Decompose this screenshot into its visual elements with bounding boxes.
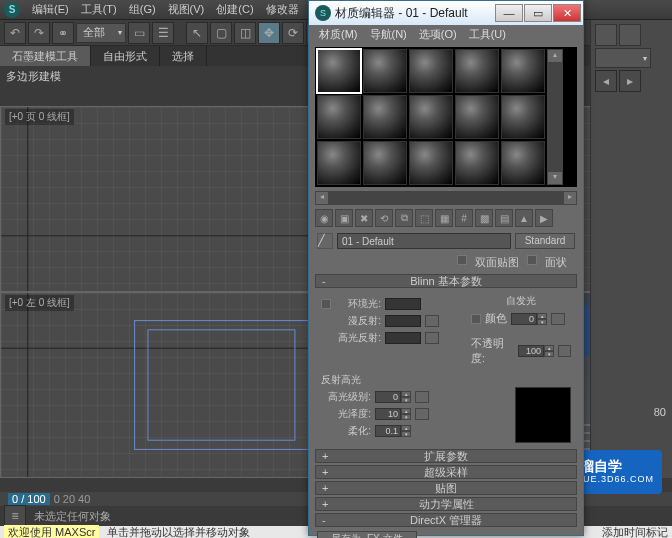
scroll-left-icon[interactable]: ◂ <box>315 191 329 205</box>
spec-level-spinner[interactable]: ▴▾ <box>375 391 411 403</box>
rect-select-button[interactable]: ▢ <box>210 22 232 44</box>
sample-slot-7[interactable] <box>363 95 407 139</box>
sample-slot-2[interactable] <box>363 49 407 93</box>
sample-slot-9[interactable] <box>455 95 499 139</box>
menu-create[interactable]: 创建(C) <box>210 0 259 19</box>
menu-view[interactable]: 视图(V) <box>162 0 211 19</box>
app-icon[interactable]: S <box>4 2 20 18</box>
menu-tools[interactable]: 工具(T) <box>75 0 123 19</box>
sample-slot-3[interactable] <box>409 49 453 93</box>
ribbon-tab-graphite[interactable]: 石墨建模工具 <box>0 46 91 66</box>
rollout-dynamics[interactable]: +动力学属性 <box>315 497 577 511</box>
ambient-lock-checkbox[interactable] <box>321 299 331 309</box>
diffuse-color-swatch[interactable] <box>385 315 421 327</box>
gloss-map-button[interactable] <box>415 408 429 420</box>
sample-slot-8[interactable] <box>409 95 453 139</box>
nav-prev-icon[interactable]: ◂ <box>595 70 617 92</box>
go-sibling-icon[interactable]: ▶ <box>535 209 553 227</box>
faceted-checkbox[interactable] <box>527 255 537 265</box>
sample-slot-1[interactable] <box>317 49 361 93</box>
dlg-menu-nav[interactable]: 导航(N) <box>364 25 413 43</box>
opacity-spinner[interactable]: ▴▾ <box>518 345 554 357</box>
menu-group[interactable]: 组(G) <box>123 0 162 19</box>
put-to-scene-icon[interactable]: ▣ <box>335 209 353 227</box>
twosided-checkbox[interactable] <box>457 255 467 265</box>
material-type-button[interactable]: Standard <box>515 233 575 249</box>
material-name-field[interactable]: 01 - Default <box>337 233 511 249</box>
diffuse-map-button[interactable] <box>425 315 439 327</box>
sample-slot-13[interactable] <box>409 141 453 185</box>
sample-slot-14[interactable] <box>455 141 499 185</box>
make-unique-icon[interactable]: ⬚ <box>415 209 433 227</box>
ambient-color-swatch[interactable] <box>385 298 421 310</box>
sample-slot-4[interactable] <box>455 49 499 93</box>
minimize-button[interactable]: — <box>495 4 523 22</box>
opacity-map-button[interactable] <box>558 345 571 357</box>
sample-slot-5[interactable] <box>501 49 545 93</box>
move-button[interactable]: ✥ <box>258 22 280 44</box>
rollout-blinn-header[interactable]: -Blinn 基本参数 <box>315 274 577 288</box>
select-name-button[interactable]: ☰ <box>152 22 174 44</box>
selfillum-color-checkbox[interactable] <box>471 314 481 324</box>
menu-edit[interactable]: 编辑(E) <box>26 0 75 19</box>
specular-map-button[interactable] <box>425 332 439 344</box>
sample-slot-15[interactable] <box>501 141 545 185</box>
gloss-spinner[interactable]: ▴▾ <box>375 408 411 420</box>
rollout-maps[interactable]: +贴图 <box>315 481 577 495</box>
specular-color-swatch[interactable] <box>385 332 421 344</box>
save-fx-button[interactable]: 另存为 .FX 文件 <box>317 531 417 538</box>
spec-level-map-button[interactable] <box>415 391 429 403</box>
viewport-top[interactable]: [+0 页 0 线框] <box>0 106 336 292</box>
cmd-tab-create[interactable] <box>595 24 617 46</box>
sample-slot-6[interactable] <box>317 95 361 139</box>
arrow-button[interactable]: ↖ <box>186 22 208 44</box>
selfillum-map-button[interactable] <box>551 313 565 325</box>
go-parent-icon[interactable]: ▲ <box>515 209 533 227</box>
viewport-top-label[interactable]: [+0 页 0 线框] <box>5 109 74 125</box>
dlg-menu-options[interactable]: 选项(O) <box>413 25 463 43</box>
make-copy-icon[interactable]: ⧉ <box>395 209 413 227</box>
menu-modifiers[interactable]: 修改器 <box>260 0 305 19</box>
sample-slot-11[interactable] <box>317 141 361 185</box>
sample-slot-10[interactable] <box>501 95 545 139</box>
viewport-left[interactable]: [+0 左 0 线框] <box>0 292 336 478</box>
undo-button[interactable]: ↶ <box>4 22 26 44</box>
maximize-button[interactable]: ▭ <box>524 4 552 22</box>
reset-icon[interactable]: ⟲ <box>375 209 393 227</box>
link-button[interactable]: ⚭ <box>52 22 74 44</box>
ribbon-tab-select[interactable]: 选择 <box>160 46 207 66</box>
show-end-icon[interactable]: ▤ <box>495 209 513 227</box>
selection-filter-combo[interactable]: 全部 <box>76 23 126 43</box>
nav-next-icon[interactable]: ▸ <box>619 70 641 92</box>
scroll-up-icon[interactable]: ▴ <box>547 49 563 63</box>
rollout-directx[interactable]: -DirectX 管理器 <box>315 513 577 527</box>
rollout-supersampling[interactable]: +超级采样 <box>315 465 577 479</box>
dialog-titlebar[interactable]: S 材质编辑器 - 01 - Default — ▭ ✕ <box>309 1 583 25</box>
cmd-tab-modify[interactable] <box>619 24 641 46</box>
redo-button[interactable]: ↷ <box>28 22 50 44</box>
ribbon-tab-freeform[interactable]: 自由形式 <box>91 46 160 66</box>
slot-vscroll[interactable]: ▴ ▾ <box>547 49 563 185</box>
rotate-button[interactable]: ⟳ <box>282 22 304 44</box>
eyedropper-icon[interactable]: ╱ <box>317 233 333 249</box>
close-button[interactable]: ✕ <box>553 4 581 22</box>
soften-spinner[interactable]: ▴▾ <box>375 425 411 437</box>
put-library-icon[interactable]: ▦ <box>435 209 453 227</box>
window-cross-button[interactable]: ◫ <box>234 22 256 44</box>
select-button[interactable]: ▭ <box>128 22 150 44</box>
dlg-menu-material[interactable]: 材质(M) <box>313 25 364 43</box>
viewport-left-label[interactable]: [+0 左 0 线框] <box>5 295 74 311</box>
slot-hscroll[interactable]: ◂ ▸ <box>315 191 577 205</box>
scroll-right-icon[interactable]: ▸ <box>563 191 577 205</box>
show-map-icon[interactable]: ▩ <box>475 209 493 227</box>
opacity-label: 不透明度: <box>471 336 514 366</box>
matid-icon[interactable]: # <box>455 209 473 227</box>
dlg-menu-tools[interactable]: 工具(U) <box>463 25 512 43</box>
selfillum-spinner[interactable]: ▴▾ <box>511 313 547 325</box>
sample-slot-12[interactable] <box>363 141 407 185</box>
scroll-down-icon[interactable]: ▾ <box>547 171 563 185</box>
get-material-icon[interactable]: ◉ <box>315 209 333 227</box>
assign-icon[interactable]: ✖ <box>355 209 373 227</box>
cmd-combo[interactable] <box>595 48 651 68</box>
rollout-extended[interactable]: +扩展参数 <box>315 449 577 463</box>
